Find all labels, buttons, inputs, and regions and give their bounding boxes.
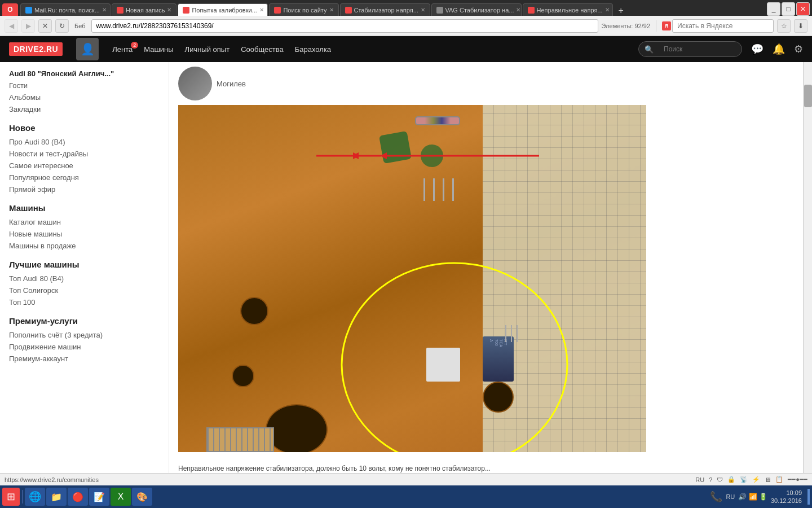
address-input[interactable] bbox=[91, 19, 598, 33]
tab-label-stab1: Стабилизатор напря... bbox=[354, 7, 418, 14]
tab-close-wrong[interactable]: ✕ bbox=[605, 7, 610, 13]
address-protocol: Беб bbox=[72, 23, 88, 29]
taskbar-locale: RU bbox=[726, 493, 735, 500]
user-avatar-icon: 👤 bbox=[81, 42, 95, 56]
site-search-input[interactable] bbox=[657, 43, 736, 55]
tab-vag[interactable]: VAG Стабилизатор на... ✕ bbox=[431, 3, 522, 16]
tab-mail[interactable]: Mail.Ru: почта, поиск... ✕ bbox=[20, 3, 111, 16]
sidebar-link-new-cars[interactable]: Новые машины bbox=[9, 228, 160, 240]
nav-mashiny[interactable]: Машины bbox=[144, 45, 173, 54]
sidebar-link-interesting[interactable]: Самое интересное bbox=[9, 160, 160, 172]
taskbar-show-desktop[interactable] bbox=[807, 489, 810, 505]
silk-patch-2 bbox=[421, 144, 443, 167]
pcb-hole-4 bbox=[483, 382, 514, 413]
tab-label-search: Поиск по сайту bbox=[283, 7, 326, 14]
sidebar-link-top-audi[interactable]: Топ Audi 80 (B4) bbox=[9, 273, 160, 284]
sidebar-link-popular[interactable]: Популярное сегодня bbox=[9, 172, 160, 183]
tab-label-mail: Mail.Ru: почта, поиск... bbox=[34, 7, 100, 14]
sidebar-link-bookmarks[interactable]: Закладки bbox=[9, 103, 160, 115]
nav-soobshestva[interactable]: Сообщества bbox=[241, 45, 284, 54]
messages-icon[interactable]: 💬 bbox=[751, 43, 764, 55]
opera-logo: O bbox=[7, 6, 12, 14]
scrollbar[interactable] bbox=[803, 62, 812, 473]
nav-lichniy[interactable]: Личный опыт bbox=[185, 45, 230, 54]
search-icon: 🔍 bbox=[645, 45, 654, 54]
sidebar-link-news[interactable]: Новости и тест-драйвы bbox=[9, 148, 160, 160]
sidebar-link-top-soligorsk[interactable]: Топ Солигорск bbox=[9, 284, 160, 296]
site-logo[interactable]: DRIVE2.RU bbox=[9, 42, 63, 56]
notifications-icon[interactable]: 🔔 bbox=[773, 43, 785, 55]
tab-label-new: Новая запись bbox=[126, 7, 165, 14]
nav-lenta[interactable]: Лента 2 bbox=[112, 45, 133, 54]
sidebar-link-pro-audi[interactable]: Про Audi 80 (B4) bbox=[9, 136, 160, 148]
start-button[interactable]: ⊞ bbox=[2, 488, 20, 506]
ic-package bbox=[426, 348, 460, 382]
tab-calibration[interactable]: Попытка калибровки... ✕ bbox=[178, 3, 268, 16]
tab-close-stab1[interactable]: ✕ bbox=[421, 7, 425, 13]
content-header: Могилев bbox=[169, 62, 803, 105]
tab-wrong-voltage[interactable]: Неправильное напря... ✕ bbox=[523, 3, 613, 16]
reload-button[interactable]: ↻ bbox=[55, 19, 69, 33]
taskbar-btn-chrome[interactable]: 🔴 bbox=[68, 488, 88, 506]
sidebar-link-albums[interactable]: Альбомы bbox=[9, 91, 160, 103]
status-locale: RU bbox=[695, 476, 704, 483]
tab-close-calibration[interactable]: ✕ bbox=[259, 7, 264, 13]
scrollbar-thumb[interactable] bbox=[804, 85, 812, 107]
sidebar-link-top100[interactable]: Топ 100 bbox=[9, 296, 160, 308]
window-close[interactable]: ✕ bbox=[796, 2, 810, 16]
sidebar-link-cars-sale[interactable]: Машины в продаже bbox=[9, 240, 160, 252]
content-image: ITTTCA700A bbox=[178, 105, 646, 452]
content-caption: Неправильное напряжение стабилизатора, д… bbox=[169, 461, 803, 473]
taskbar-viber[interactable]: 📞 bbox=[710, 491, 722, 503]
taskbar-btn-excel[interactable]: X bbox=[111, 488, 131, 506]
tab-add-button[interactable]: + bbox=[614, 6, 628, 16]
taskbar-right: 📞 RU 🔊 📶 🔋 10:09 30.12.2016 bbox=[710, 489, 810, 505]
taskbar-btn-app[interactable]: 🎨 bbox=[132, 488, 152, 506]
ic-lead-3 bbox=[517, 325, 518, 342]
address-bar: ◀ ▶ ✕ ↻ Беб Элементы: 92/92 Я ☆ ⬇ bbox=[0, 16, 812, 36]
sidebar-link-premium-account[interactable]: Премиум-аккаунт bbox=[9, 353, 160, 365]
pin-3 bbox=[443, 178, 444, 201]
lenta-badge: 2 bbox=[131, 42, 138, 49]
nav-baraholka[interactable]: Барахолка bbox=[295, 45, 331, 54]
sidebar-link-live[interactable]: Прямой эфир bbox=[9, 183, 160, 195]
bookmark-button[interactable]: ☆ bbox=[777, 19, 791, 33]
address-separator bbox=[656, 20, 656, 32]
sidebar-link-guests[interactable]: Гости bbox=[9, 80, 160, 91]
tab-close-vag[interactable]: ✕ bbox=[516, 7, 520, 13]
window-minimize[interactable]: _ bbox=[767, 2, 780, 16]
taskbar-btn-notepad[interactable]: 📝 bbox=[89, 488, 109, 506]
taskbar-btn-ie[interactable]: 🌐 bbox=[25, 488, 45, 506]
back-button[interactable]: ◀ bbox=[5, 19, 18, 33]
tab-favicon-mail bbox=[25, 7, 32, 14]
yandex-search-input[interactable] bbox=[672, 19, 774, 33]
sidebar-link-topup[interactable]: Пополнить счёт (3 кредита) bbox=[9, 329, 160, 341]
search-container: 🔍 bbox=[638, 41, 742, 57]
tab-new-entry[interactable]: Новая запись ✕ bbox=[112, 3, 176, 16]
settings-icon[interactable]: ⚙ bbox=[794, 43, 803, 55]
sidebar-link-promote[interactable]: Продвижение машин bbox=[9, 341, 160, 353]
window-restore[interactable]: □ bbox=[782, 2, 795, 16]
tab-favicon-search bbox=[274, 7, 281, 14]
sidebar: Audi 80 "Японский Англич..." Гости Альбо… bbox=[0, 62, 169, 473]
forward-button[interactable]: ▶ bbox=[21, 19, 35, 33]
tab-stabilizer1[interactable]: Стабилизатор напря... ✕ bbox=[340, 3, 430, 16]
sidebar-car-link[interactable]: Audi 80 "Японский Англич..." bbox=[9, 68, 160, 80]
content-area: Могилев bbox=[169, 62, 803, 473]
sidebar-section-luchshie: Лучшие машины bbox=[9, 260, 160, 269]
zoom-slider[interactable]: ━━●━━ bbox=[788, 476, 807, 483]
tab-close-search[interactable]: ✕ bbox=[329, 7, 334, 13]
main-content: Audi 80 "Японский Англич..." Гости Альбо… bbox=[0, 62, 812, 473]
taskbar-btn-explorer[interactable]: 📁 bbox=[46, 488, 67, 506]
download-button[interactable]: ⬇ bbox=[794, 19, 807, 33]
header-right: 🔍 💬 🔔 ⚙ bbox=[638, 41, 803, 57]
tab-search[interactable]: Поиск по сайту ✕ bbox=[269, 3, 338, 16]
tab-close-mail[interactable]: ✕ bbox=[102, 7, 107, 13]
stop-button[interactable]: ✕ bbox=[38, 19, 52, 33]
sidebar-link-catalog[interactable]: Каталог машин bbox=[9, 216, 160, 228]
sidebar-section-mashiny: Машины bbox=[9, 203, 160, 213]
tab-favicon-stab1 bbox=[345, 7, 352, 14]
tab-close-new[interactable]: ✕ bbox=[167, 7, 171, 13]
status-question: ? bbox=[709, 476, 712, 483]
user-avatar[interactable]: 👤 bbox=[76, 38, 99, 60]
